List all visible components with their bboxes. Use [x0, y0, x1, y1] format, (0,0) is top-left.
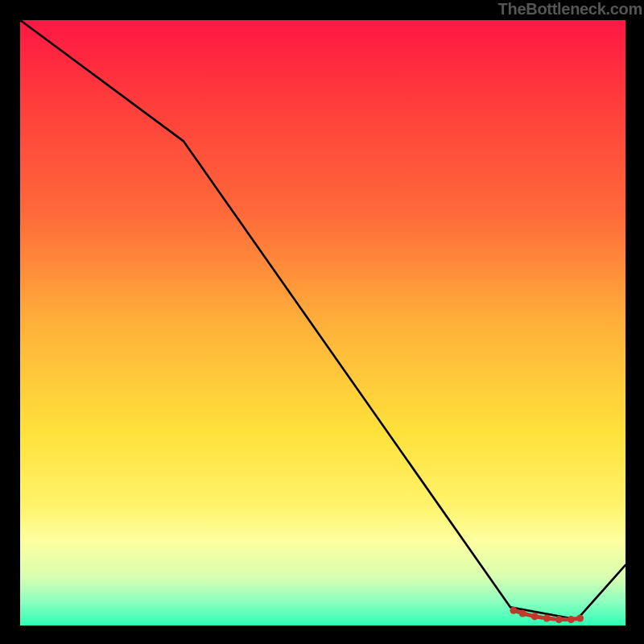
marker-dot [519, 610, 526, 617]
marker-dot [568, 616, 575, 623]
marker-dot [543, 615, 551, 622]
chart-container: TheBottleneck.com [0, 0, 644, 644]
marker-dot [555, 616, 563, 623]
series-curve [20, 20, 625, 620]
chart-svg [20, 20, 625, 625]
marker-dot [576, 615, 584, 622]
plot-area [20, 20, 625, 625]
marker-dot [510, 607, 517, 614]
marker-dot [531, 613, 539, 620]
watermark-text: TheBottleneck.com [498, 0, 642, 19]
